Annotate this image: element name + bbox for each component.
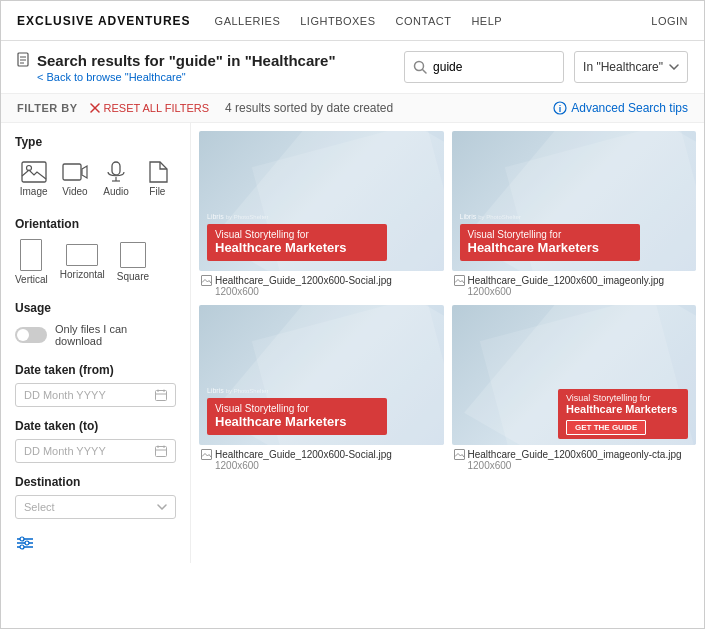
search-heading: Search results for "guide" in "Healthcar… xyxy=(37,52,336,69)
filter-results-row: FILTER BY RESET ALL FILTERS 4 results so… xyxy=(1,94,704,123)
orient-vertical-label: Vertical xyxy=(15,274,48,285)
name-text-2: Healthcare_Guide_1200x600_imageonly.jpg xyxy=(468,275,665,286)
libris-badge-2: Libris by PhotoShelter xyxy=(460,213,689,220)
usage-toggle[interactable] xyxy=(15,327,47,343)
usage-row: Only files I can download xyxy=(15,323,176,347)
image-dims-3: 1200x600 xyxy=(215,460,442,471)
file-icon xyxy=(146,161,168,183)
sidebar: Type Image Video xyxy=(1,123,191,563)
type-image[interactable]: Image xyxy=(15,157,52,201)
header: EXCLUSIVE ADVENTURES GALLERIES LIGHTBOXE… xyxy=(1,1,704,41)
info-icon: i xyxy=(553,101,567,115)
type-video[interactable]: Video xyxy=(56,157,93,201)
vertical-box xyxy=(20,239,42,271)
banner-text-2: Visual Storytelling for xyxy=(468,229,632,240)
destination-select[interactable]: Select xyxy=(15,495,176,519)
image-thumb-1[interactable]: Libris by PhotoShelter Visual Storytelli… xyxy=(199,131,444,271)
banner-strong-4: Healthcare Marketers xyxy=(566,403,680,416)
date-from-title: Date taken (from) xyxy=(15,363,176,377)
type-audio[interactable]: Audio xyxy=(98,157,135,201)
image-meta-2: Healthcare_Guide_1200x600_imageonly.jpg … xyxy=(452,271,697,297)
orientation-section: Orientation Vertical Horizontal Square xyxy=(15,217,176,285)
svg-rect-10 xyxy=(22,162,46,182)
list-item: Libris by PhotoShelter Visual Storytelli… xyxy=(199,131,444,297)
chevron-icon xyxy=(157,504,167,510)
usage-section: Usage Only files I can download xyxy=(15,301,176,347)
document-icon xyxy=(17,52,31,68)
advanced-label: Advanced Search tips xyxy=(571,101,688,115)
banner-overlay-1: Libris by PhotoShelter Visual Storytelli… xyxy=(207,213,436,261)
image-thumb-4[interactable]: Visual Storytelling for Healthcare Marke… xyxy=(452,305,697,445)
destination-section: Destination Select xyxy=(15,475,176,519)
content: Libris by PhotoShelter Visual Storytelli… xyxy=(191,123,704,563)
banner-text-4: Visual Storytelling for xyxy=(566,393,680,403)
type-section-title: Type xyxy=(15,135,176,149)
orient-square[interactable]: Square xyxy=(117,239,149,285)
back-link[interactable]: < Back to browse "Healthcare" xyxy=(37,71,394,83)
orient-horizontal[interactable]: Horizontal xyxy=(60,239,105,285)
svg-text:i: i xyxy=(559,104,562,114)
svg-rect-13 xyxy=(112,162,120,175)
get-guide-button[interactable]: GET THE GUIDE xyxy=(566,420,646,435)
audio-icon xyxy=(103,161,129,183)
type-file-label: File xyxy=(149,186,165,197)
search-bar: Search results for "guide" in "Healthcar… xyxy=(1,41,704,94)
nav-contact[interactable]: CONTACT xyxy=(396,15,452,27)
orient-square-label: Square xyxy=(117,271,149,282)
type-grid: Image Video Audio xyxy=(15,157,176,201)
date-from-placeholder: DD Month YYYY xyxy=(24,389,106,401)
reset-filters-button[interactable]: RESET ALL FILTERS xyxy=(90,102,210,114)
svg-rect-16 xyxy=(156,391,167,401)
x-icon xyxy=(90,103,100,113)
image-file-icon-3 xyxy=(201,449,212,460)
image-file-icon-1 xyxy=(201,275,212,286)
main-nav: GALLERIES LIGHTBOXES CONTACT HELP xyxy=(215,15,652,27)
nav-lightboxes[interactable]: LIGHTBOXES xyxy=(300,15,375,27)
svg-line-5 xyxy=(423,70,427,74)
calendar-icon-2 xyxy=(155,445,167,457)
name-text-4: Healthcare_Guide_1200x600_imageonly-cta.… xyxy=(468,449,682,460)
date-from-input[interactable]: DD Month YYYY xyxy=(15,383,176,407)
login-button[interactable]: LOGIN xyxy=(651,15,688,27)
image-name-2: Healthcare_Guide_1200x600_imageonly.jpg xyxy=(454,275,695,286)
reset-label: RESET ALL FILTERS xyxy=(104,102,210,114)
scope-label: In "Healthcare" xyxy=(583,60,663,74)
advanced-search-link[interactable]: i Advanced Search tips xyxy=(553,101,688,115)
destination-title: Destination xyxy=(15,475,176,489)
settings-icon[interactable] xyxy=(15,535,35,551)
main-layout: Type Image Video xyxy=(1,123,704,563)
scope-dropdown[interactable]: In "Healthcare" xyxy=(574,51,688,83)
image-thumb-2[interactable]: Libris by PhotoShelter Visual Storytelli… xyxy=(452,131,697,271)
orient-horizontal-label: Horizontal xyxy=(60,269,105,280)
banner-overlay-4: Visual Storytelling for Healthcare Marke… xyxy=(558,389,688,439)
image-thumb-3[interactable]: Libris by PhotoShelter Visual Storytelli… xyxy=(199,305,444,445)
libris-badge-3: Libris by PhotoShelter xyxy=(207,387,436,394)
orientation-title: Orientation xyxy=(15,217,176,231)
banner-strong-1: Healthcare Marketers xyxy=(215,240,379,256)
date-to-input[interactable]: DD Month YYYY xyxy=(15,439,176,463)
name-text-3: Healthcare_Guide_1200x600-Social.jpg xyxy=(215,449,392,460)
search-input[interactable] xyxy=(433,60,533,74)
image-file-icon-4 xyxy=(454,449,465,460)
svg-point-29 xyxy=(20,545,24,549)
orient-vertical[interactable]: Vertical xyxy=(15,239,48,285)
red-banner-2: Visual Storytelling for Healthcare Marke… xyxy=(460,224,640,261)
square-box xyxy=(120,242,146,268)
red-banner-1: Visual Storytelling for Healthcare Marke… xyxy=(207,224,387,261)
list-item: Visual Storytelling for Healthcare Marke… xyxy=(452,305,697,471)
date-to-section: Date taken (to) DD Month YYYY xyxy=(15,419,176,463)
nav-help[interactable]: HELP xyxy=(471,15,502,27)
banner-strong-3: Healthcare Marketers xyxy=(215,414,379,430)
type-image-label: Image xyxy=(20,186,48,197)
nav-galleries[interactable]: GALLERIES xyxy=(215,15,281,27)
type-video-label: Video xyxy=(62,186,87,197)
svg-rect-20 xyxy=(156,447,167,457)
toggle-knob xyxy=(17,329,29,341)
video-icon xyxy=(62,161,88,183)
brand: EXCLUSIVE ADVENTURES xyxy=(17,14,191,28)
red-banner-4: Visual Storytelling for Healthcare Marke… xyxy=(558,389,688,439)
svg-point-28 xyxy=(25,541,29,545)
calendar-icon xyxy=(155,389,167,401)
image-dims-4: 1200x600 xyxy=(468,460,695,471)
type-file[interactable]: File xyxy=(139,157,176,201)
